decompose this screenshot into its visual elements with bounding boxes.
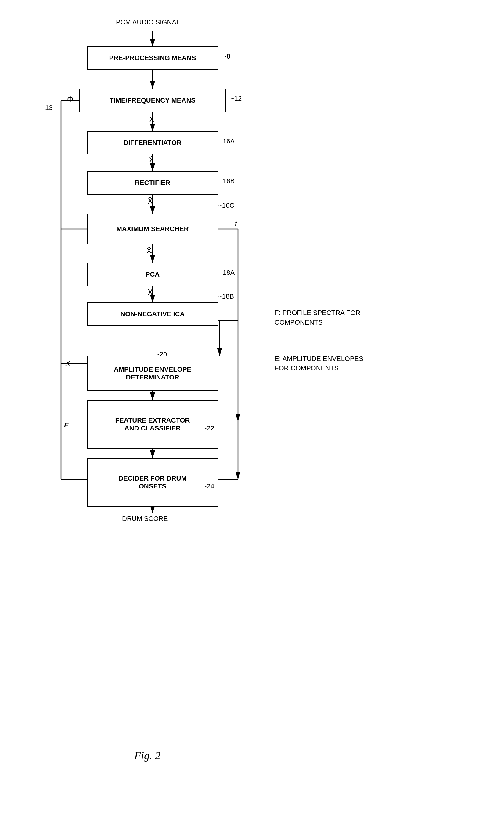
ref-12: ~12 — [230, 95, 242, 103]
f-description: F: PROFILE SPECTRA FORCOMPONENTS — [275, 308, 372, 327]
xdot-label: Ẋ — [149, 156, 154, 164]
ref-16c: ~16C — [218, 201, 234, 209]
ref-24: ~24 — [203, 483, 214, 490]
t-label: t — [235, 220, 237, 228]
pre-processing-block: PRE-PROCESSING MEANS — [87, 46, 218, 70]
feature-extractor-block: FEATURE EXTRACTOR AND CLASSIFIER — [87, 400, 218, 449]
pca-block: PCA — [87, 262, 218, 286]
ref-18a: 18A — [223, 269, 235, 276]
diagram: PCM AUDIO SIGNAL PRE-PROCESSING MEANS ~8… — [0, 0, 504, 817]
diagram-arrows — [0, 0, 504, 817]
input-signal-label: PCM AUDIO SIGNAL — [116, 18, 180, 26]
rectifier-block: RECTIFIER — [87, 171, 218, 195]
e-description: E: AMPLITUDE ENVELOPESFOR COMPONENTS — [275, 354, 372, 373]
time-frequency-block: TIME/FREQUENCY MEANS — [79, 89, 226, 112]
ref-16a: 16A — [223, 137, 235, 145]
ref-22: ~22 — [203, 425, 214, 432]
e-label: E — [64, 421, 69, 429]
ref-8: ~8 — [223, 52, 230, 60]
x-label-1: X — [149, 115, 154, 123]
phi-label: Φ — [67, 95, 74, 104]
non-negative-ica-block: NON-NEGATIVE ICA — [87, 302, 218, 326]
output-signal-label: DRUM SCORE — [122, 515, 168, 523]
maximum-searcher-block: MAXIMUM SEARCHER — [87, 214, 218, 244]
ref-18b: ~18B — [218, 292, 234, 300]
ref-13: 13 — [45, 104, 52, 112]
figure-label: Fig. 2 — [134, 749, 160, 762]
x-side-label: X — [66, 360, 70, 367]
ref-16b: 16B — [223, 177, 235, 185]
xhat-label: X̂ — [148, 197, 153, 205]
amplitude-envelope-block: AMPLITUDE ENVELOPE DETERMINATOR — [87, 356, 218, 391]
xhat-t-label: X̂t — [146, 247, 153, 256]
differentiator-block: DIFFERENTIATOR — [87, 131, 218, 154]
xtilde-label: X̃ — [148, 288, 153, 297]
decider-block: DECIDER FOR DRUM ONSETS — [87, 458, 218, 507]
